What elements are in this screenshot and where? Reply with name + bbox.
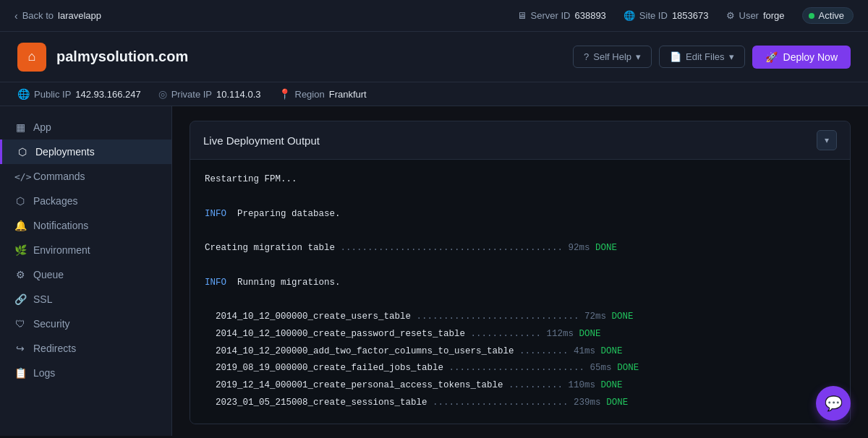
private-ip-label: Private IP bbox=[171, 89, 212, 100]
user-name: forge bbox=[763, 10, 785, 21]
output-migration-2: 2014_10_12_100000_create_password_resets… bbox=[205, 329, 465, 339]
toggle-chevron-icon: ▾ bbox=[825, 135, 829, 145]
output-dots-4: ......................... bbox=[443, 363, 590, 373]
region-value: Frankfurt bbox=[329, 89, 367, 100]
deploy-panel-header: Live Deployment Output ▾ bbox=[190, 121, 850, 160]
server-id-value: 638893 bbox=[574, 10, 605, 21]
site-name: palmysolution.com bbox=[56, 48, 188, 65]
self-help-label: Self Help bbox=[593, 51, 631, 62]
output-migration-5: 2019_12_14_000001_create_personal_access… bbox=[205, 380, 503, 390]
site-id-value: 1853673 bbox=[672, 10, 709, 21]
output-done-2: DONE bbox=[579, 329, 601, 339]
site-icon: 🌐 bbox=[624, 10, 635, 21]
site-id-item: 🌐 Site ID 1853673 bbox=[624, 10, 709, 21]
sidebar-item-label-queue: Queue bbox=[33, 269, 64, 280]
output-line-info2: INFO bbox=[205, 278, 226, 288]
sidebar-item-logs[interactable]: 📋 Logs bbox=[0, 361, 171, 385]
self-help-chevron-icon bbox=[636, 51, 641, 62]
public-ip-label: Public IP bbox=[34, 89, 71, 100]
output-dots-2: ............. bbox=[465, 329, 547, 339]
server-id-item: 🖥 Server ID 638893 bbox=[517, 10, 606, 21]
deploy-panel-title: Live Deployment Output bbox=[203, 134, 320, 147]
output-time-migration-table: 92ms bbox=[563, 243, 595, 253]
output-done-1: DONE bbox=[612, 312, 634, 322]
output-line-info1: INFO bbox=[205, 209, 226, 219]
header-left: ⌂ palmysolution.com bbox=[17, 43, 188, 72]
output-time-6: 239ms bbox=[574, 398, 606, 408]
sidebar-item-deployments[interactable]: ⬡ Deployments bbox=[0, 139, 171, 164]
active-label: Active bbox=[819, 10, 844, 21]
app-icon: ▦ bbox=[14, 121, 26, 133]
top-nav: ‹ Back to laravelapp 🖥 Server ID 638893 … bbox=[0, 0, 868, 32]
edit-files-button[interactable]: 📄 Edit Files bbox=[659, 46, 744, 68]
output-migration-3: 2014_10_12_200000_add_two_factor_columns… bbox=[205, 346, 514, 356]
environment-icon: 🌿 bbox=[14, 244, 26, 256]
output-dots-5: .......... bbox=[503, 380, 569, 390]
ssl-icon: 🔗 bbox=[14, 293, 26, 305]
active-badge: Active bbox=[802, 7, 854, 24]
back-nav[interactable]: ‹ Back to laravelapp bbox=[14, 10, 101, 22]
output-time-2: 112ms bbox=[547, 329, 579, 339]
sidebar-item-environment[interactable]: 🌿 Environment bbox=[0, 238, 171, 262]
logs-icon: 📋 bbox=[14, 367, 26, 379]
notifications-icon: 🔔 bbox=[14, 220, 26, 231]
deploy-panel-toggle-button[interactable]: ▾ bbox=[817, 130, 837, 150]
sidebar-item-notifications[interactable]: 🔔 Notifications bbox=[0, 213, 171, 238]
sidebar-item-label-packages: Packages bbox=[33, 195, 77, 207]
server-id-label: Server ID bbox=[531, 10, 571, 21]
sidebar-item-label-environment: Environment bbox=[33, 244, 90, 256]
self-help-button[interactable]: ? Self Help bbox=[573, 46, 652, 68]
output-time-3: 41ms bbox=[574, 346, 601, 356]
self-help-icon: ? bbox=[584, 51, 589, 62]
deploy-output: Restarting FPM... INFO Preparing databas… bbox=[190, 160, 850, 424]
sidebar-item-label-app: App bbox=[33, 121, 51, 133]
server-icon: 🖥 bbox=[517, 10, 527, 21]
output-time-1: 72ms bbox=[584, 312, 612, 322]
sidebar-item-label-notifications: Notifications bbox=[33, 220, 88, 231]
queue-icon: ⚙ bbox=[14, 269, 26, 280]
deploy-panel: Live Deployment Output ▾ Restarting FPM.… bbox=[190, 121, 851, 424]
sidebar-item-packages[interactable]: ⬡ Packages bbox=[0, 189, 171, 213]
user-icon: ⚙ bbox=[726, 10, 735, 21]
output-time-5: 110ms bbox=[569, 380, 601, 390]
top-nav-right: 🖥 Server ID 638893 🌐 Site ID 1853673 ⚙ U… bbox=[517, 7, 854, 24]
output-migration-6: 2023_01_05_215008_create_sessions_table bbox=[205, 398, 427, 408]
output-done-5: DONE bbox=[601, 380, 623, 390]
chat-icon: 💬 bbox=[825, 395, 843, 412]
redirects-icon: ↪ bbox=[14, 343, 26, 354]
sidebar-item-app[interactable]: ▦ App bbox=[0, 115, 171, 139]
main-layout: ▦ App ⬡ Deployments </> Commands ⬡ Packa… bbox=[0, 106, 868, 436]
deploy-now-button[interactable]: 🚀 Deploy Now bbox=[752, 46, 851, 69]
region-label: Region bbox=[295, 89, 325, 100]
edit-files-chevron-icon bbox=[729, 51, 734, 62]
deploy-label: Deploy Now bbox=[783, 51, 838, 63]
output-line-running: Running migrations. bbox=[226, 278, 341, 288]
user-label: User bbox=[739, 10, 759, 21]
sidebar-item-label-commands: Commands bbox=[33, 171, 85, 182]
user-item: ⚙ User forge bbox=[726, 10, 785, 21]
sidebar-item-label-deployments: Deployments bbox=[35, 146, 95, 158]
output-done-4: DONE bbox=[617, 363, 639, 373]
public-ip-value: 142.93.166.247 bbox=[75, 89, 140, 100]
output-line-migration-table: Creating migration table bbox=[205, 243, 341, 253]
commands-icon: </> bbox=[14, 171, 26, 182]
region-item: 📍 Region Frankfurt bbox=[278, 88, 367, 100]
sidebar-item-commands[interactable]: </> Commands bbox=[0, 164, 171, 189]
sidebar-item-ssl[interactable]: 🔗 SSL bbox=[0, 287, 171, 312]
public-ip-item: 🌐 Public IP 142.93.166.247 bbox=[17, 88, 141, 100]
back-arrow-icon: ‹ bbox=[14, 10, 18, 22]
sidebar-item-label-logs: Logs bbox=[33, 367, 55, 379]
private-ip-item: ◎ Private IP 10.114.0.3 bbox=[158, 88, 261, 100]
sidebar: ▦ App ⬡ Deployments </> Commands ⬡ Packa… bbox=[0, 106, 172, 436]
app-name: laravelapp bbox=[58, 10, 101, 21]
security-icon: 🛡 bbox=[14, 318, 26, 330]
sidebar-item-queue[interactable]: ⚙ Queue bbox=[0, 262, 171, 287]
chat-button[interactable]: 💬 bbox=[816, 386, 851, 421]
header-right: ? Self Help 📄 Edit Files 🚀 Deploy Now bbox=[573, 46, 851, 69]
sidebar-item-redirects[interactable]: ↪ Redirects bbox=[0, 336, 171, 361]
sidebar-item-label-ssl: SSL bbox=[33, 293, 52, 305]
network-icon: ◎ bbox=[158, 88, 167, 100]
output-dots-migration-table: ........................................… bbox=[341, 243, 563, 253]
sidebar-item-security[interactable]: 🛡 Security bbox=[0, 312, 171, 336]
output-dots-3: ......... bbox=[514, 346, 574, 356]
